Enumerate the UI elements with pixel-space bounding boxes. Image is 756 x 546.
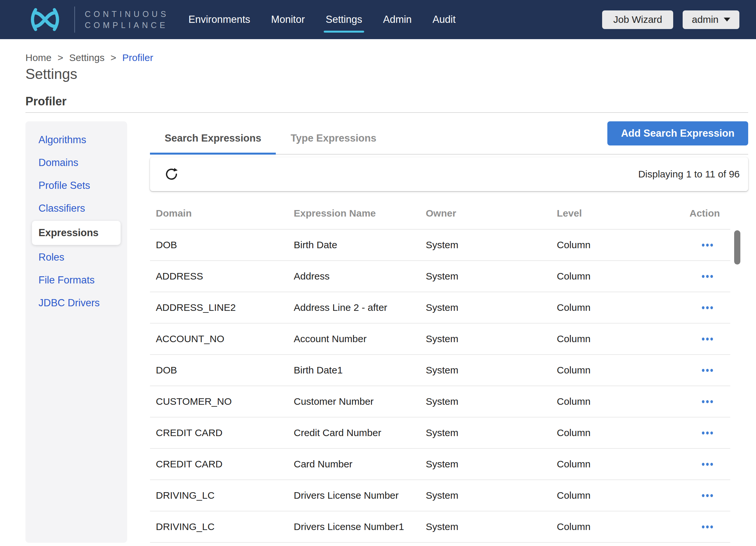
chevron-down-icon — [724, 18, 730, 22]
cell-domain: DRIVING_LC — [156, 490, 294, 501]
cell-expression-name: Address — [294, 271, 426, 282]
cell-owner: System — [426, 239, 557, 250]
job-wizard-button[interactable]: Job Wizard — [602, 10, 673, 29]
cell-owner: System — [426, 271, 557, 282]
table-body: DOB Birth Date System Column ADDRESS Add… — [150, 229, 730, 543]
table-row: DRIVING_LC Drivers License Number1 Syste… — [150, 511, 730, 543]
cell-domain: ADDRESS_LINE2 — [156, 302, 294, 313]
sidebar-item-domains[interactable]: Domains — [25, 151, 127, 174]
cell-owner: System — [426, 427, 557, 438]
table-header-row: Domain Expression Name Owner Level Actio… — [150, 191, 730, 229]
brand-wordmark-line2: COMPLIANCE — [85, 20, 169, 31]
ellipsis-icon[interactable] — [702, 275, 730, 278]
profiler-sidebar: Algorithms Domains Profile Sets Classifi… — [25, 121, 127, 543]
cell-level: Column — [557, 459, 689, 470]
vertical-scrollbar-thumb[interactable] — [734, 230, 740, 264]
table-row: CREDIT CARD Card Number System Column — [150, 449, 730, 480]
nav-item-admin[interactable]: Admin — [383, 14, 412, 25]
brand-wordmark: CONTINUOUS COMPLIANCE — [85, 8, 169, 31]
nav-item-environments[interactable]: Environments — [188, 14, 250, 25]
ellipsis-icon[interactable] — [702, 494, 730, 497]
sidebar-item-algorithms[interactable]: Algorithms — [25, 128, 127, 151]
table-row: CREDIT CARD Credit Card Number System Co… — [150, 418, 730, 449]
page-body: Home > Settings > Profiler Settings Prof… — [0, 52, 756, 543]
cell-domain: ACCOUNT_NO — [156, 333, 294, 345]
cell-level: Column — [557, 396, 689, 407]
cell-owner: System — [426, 365, 557, 376]
table-row: ADDRESS_LINE2 Address Line 2 - after Sys… — [150, 292, 730, 324]
cell-expression-name: Drivers License Number — [294, 490, 426, 501]
cell-level: Column — [557, 427, 689, 438]
breadcrumb-current-profiler[interactable]: Profiler — [122, 52, 153, 63]
column-header-owner: Owner — [426, 208, 557, 219]
breadcrumb-settings[interactable]: Settings — [69, 52, 104, 63]
column-header-expression-name: Expression Name — [294, 208, 426, 219]
ellipsis-icon[interactable] — [702, 432, 730, 435]
cell-owner: System — [426, 490, 557, 501]
expressions-table: Domain Expression Name Owner Level Actio… — [150, 191, 730, 543]
cell-domain: CREDIT CARD — [156, 459, 294, 470]
cell-owner: System — [426, 396, 557, 407]
section-title-profiler: Profiler — [25, 95, 748, 108]
cell-level: Column — [557, 271, 689, 282]
brand: CONTINUOUS COMPLIANCE — [23, 7, 169, 33]
sidebar-item-profile-sets[interactable]: Profile Sets — [25, 174, 127, 197]
ellipsis-icon[interactable] — [702, 338, 730, 341]
ellipsis-icon[interactable] — [702, 525, 730, 528]
cell-domain: ADDRESS — [156, 271, 294, 282]
brand-wordmark-line1: CONTINUOUS — [85, 8, 169, 20]
user-menu-label: admin — [692, 14, 719, 25]
ellipsis-icon[interactable] — [702, 306, 730, 309]
tab-search-expressions[interactable]: Search Expressions — [150, 121, 276, 155]
cell-domain: DOB — [156, 239, 294, 250]
sidebar-item-classifiers[interactable]: Classifiers — [25, 197, 127, 220]
paging-status: Displaying 1 to 11 of 96 — [638, 169, 740, 180]
nav-item-settings[interactable]: Settings — [326, 14, 362, 25]
table-row: CUSTOMER_NO Customer Number System Colum… — [150, 386, 730, 418]
breadcrumb-separator: > — [57, 52, 63, 63]
cell-expression-name: Card Number — [294, 459, 426, 470]
tab-type-expressions[interactable]: Type Expressions — [276, 121, 391, 154]
cell-level: Column — [557, 239, 689, 250]
cell-owner: System — [426, 459, 557, 470]
sidebar-item-file-formats[interactable]: File Formats — [25, 269, 127, 292]
cell-expression-name: Drivers License Number1 — [294, 521, 426, 532]
column-header-action: Action — [689, 208, 730, 219]
table-row: DOB Birth Date System Column — [150, 229, 730, 261]
add-search-expression-button[interactable]: Add Search Expression — [607, 121, 748, 145]
primary-nav: Environments Monitor Settings Admin Audi… — [188, 14, 455, 25]
ellipsis-icon[interactable] — [702, 369, 730, 372]
cell-domain: CREDIT CARD — [156, 427, 294, 438]
cell-owner: System — [426, 302, 557, 313]
cell-expression-name: Credit Card Number — [294, 427, 426, 438]
cell-owner: System — [426, 333, 557, 345]
page-title: Settings — [25, 66, 748, 82]
column-header-level: Level — [557, 208, 689, 219]
tabs-row: Search Expressions Type Expressions Add … — [150, 121, 748, 155]
sidebar-item-roles[interactable]: Roles — [25, 246, 127, 269]
table-row: DOB Birth Date1 System Column — [150, 355, 730, 386]
cell-level: Column — [557, 365, 689, 376]
sidebar-item-jdbc-drivers[interactable]: JDBC Drivers — [25, 292, 127, 315]
column-header-domain: Domain — [156, 208, 294, 219]
nav-item-monitor[interactable]: Monitor — [271, 14, 305, 25]
cell-domain: DOB — [156, 365, 294, 376]
ellipsis-icon[interactable] — [702, 243, 730, 246]
table-row: ACCOUNT_NO Account Number System Column — [150, 324, 730, 355]
expressions-content: Search Expressions Type Expressions Add … — [150, 121, 748, 543]
cell-level: Column — [557, 333, 689, 345]
nav-item-audit[interactable]: Audit — [433, 14, 456, 25]
cell-expression-name: Birth Date1 — [294, 365, 426, 376]
user-menu-button[interactable]: admin — [683, 10, 739, 29]
profiler-layout: Algorithms Domains Profile Sets Classifi… — [25, 121, 748, 543]
sidebar-item-expressions[interactable]: Expressions — [32, 221, 121, 245]
breadcrumb-home[interactable]: Home — [25, 52, 52, 63]
ellipsis-icon[interactable] — [702, 400, 730, 403]
refresh-icon[interactable] — [164, 167, 179, 181]
cell-expression-name: Customer Number — [294, 396, 426, 407]
table-row: DRIVING_LC Drivers License Number System… — [150, 480, 730, 511]
top-navbar: CONTINUOUS COMPLIANCE Environments Monit… — [0, 0, 756, 39]
cell-owner: System — [426, 521, 557, 532]
cell-expression-name: Account Number — [294, 333, 426, 345]
ellipsis-icon[interactable] — [702, 463, 730, 466]
